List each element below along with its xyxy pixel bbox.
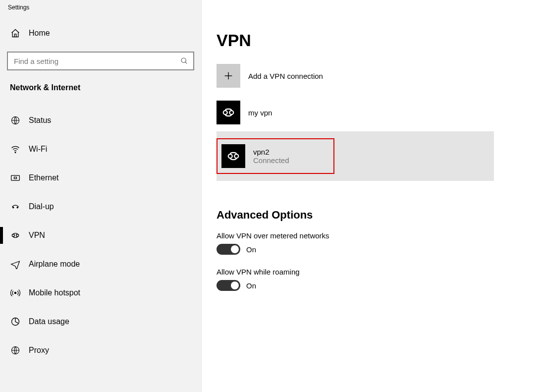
- search-input[interactable]: [13, 56, 180, 66]
- nav-list: Status Wi-Fi Ethernet: [7, 106, 194, 365]
- svg-point-8: [12, 234, 14, 237]
- plus-icon: [217, 64, 240, 88]
- sidebar: Settings Home Network & Internet: [0, 0, 202, 392]
- sidebar-item-wifi[interactable]: Wi-Fi: [7, 135, 194, 164]
- vpn-entry-vpn2[interactable]: vpn2 Connected: [217, 131, 494, 181]
- toggle-roaming-state: On: [246, 281, 256, 290]
- option-roaming-label: Allow VPN while roaming: [217, 268, 543, 276]
- vpn-entry-myvpn[interactable]: my vpn: [217, 101, 494, 124]
- sidebar-item-vpn[interactable]: VPN: [7, 221, 194, 250]
- nav-label: Ethernet: [29, 173, 58, 182]
- sidebar-item-hotspot[interactable]: Mobile hotspot: [7, 279, 194, 307]
- airplane-icon: [10, 259, 21, 270]
- nav-label: Proxy: [29, 346, 49, 355]
- toggle-roaming[interactable]: [217, 280, 240, 291]
- nav-label: Mobile hotspot: [29, 288, 80, 297]
- svg-point-6: [13, 207, 14, 208]
- nav-label: VPN: [29, 231, 45, 240]
- toggle-metered-state: On: [246, 245, 256, 254]
- search-icon: [180, 57, 188, 65]
- wifi-icon: [10, 144, 21, 155]
- section-title: Network & Internet: [7, 70, 194, 99]
- sidebar-item-dialup[interactable]: Dial-up: [7, 192, 194, 221]
- nav-label: Data usage: [29, 317, 69, 326]
- svg-rect-5: [14, 177, 17, 178]
- search-input-container[interactable]: [7, 52, 194, 70]
- sidebar-item-ethernet[interactable]: Ethernet: [7, 164, 194, 192]
- add-vpn-button[interactable]: Add a VPN connection: [217, 64, 543, 88]
- vpn-connection-icon: [217, 101, 240, 124]
- data-usage-icon: [10, 316, 21, 327]
- home-icon: [10, 28, 21, 39]
- option-metered-row: On: [217, 244, 543, 255]
- sidebar-inner: Home Network & Internet Status: [0, 16, 201, 365]
- option-metered-label: Allow VPN over metered networks: [217, 231, 543, 240]
- home-button[interactable]: Home: [7, 24, 194, 43]
- vpn-connection-icon: [221, 144, 245, 168]
- page-title: VPN: [217, 31, 543, 50]
- svg-line-1: [185, 62, 187, 63]
- sidebar-item-datausage[interactable]: Data usage: [7, 307, 194, 336]
- window-title: Settings: [0, 0, 201, 16]
- main-content: VPN Add a VPN connection my vpn: [202, 0, 543, 392]
- proxy-icon: [10, 345, 21, 356]
- svg-point-9: [16, 234, 19, 237]
- svg-point-0: [181, 58, 186, 62]
- svg-point-16: [229, 111, 233, 114]
- vpn-status: Connected: [253, 156, 289, 165]
- svg-point-3: [15, 152, 16, 153]
- hotspot-icon: [10, 287, 21, 298]
- home-label: Home: [29, 29, 50, 38]
- status-icon: [10, 115, 21, 126]
- nav-label: Status: [29, 116, 51, 125]
- sidebar-item-status[interactable]: Status: [7, 106, 194, 135]
- toggle-metered[interactable]: [217, 244, 240, 255]
- vpn-name: vpn2: [253, 148, 289, 156]
- advanced-options-title: Advanced Options: [217, 209, 543, 222]
- sidebar-item-proxy[interactable]: Proxy: [7, 336, 194, 365]
- nav-label: Dial-up: [29, 202, 54, 211]
- highlight-box: vpn2 Connected: [217, 138, 334, 174]
- sidebar-item-airplane[interactable]: Airplane mode: [7, 250, 194, 279]
- svg-point-10: [14, 292, 16, 293]
- svg-point-18: [234, 154, 238, 158]
- svg-point-15: [223, 111, 227, 114]
- svg-point-17: [228, 154, 232, 158]
- dialup-icon: [10, 201, 21, 212]
- ethernet-icon: [10, 172, 21, 183]
- nav-label: Wi-Fi: [29, 145, 47, 154]
- add-vpn-label: Add a VPN connection: [248, 72, 323, 80]
- nav-label: Airplane mode: [29, 260, 80, 269]
- option-roaming-row: On: [217, 280, 543, 291]
- svg-point-7: [17, 207, 18, 208]
- svg-rect-4: [11, 175, 20, 180]
- vpn-name: my vpn: [248, 109, 272, 117]
- vpn-icon: [10, 230, 21, 241]
